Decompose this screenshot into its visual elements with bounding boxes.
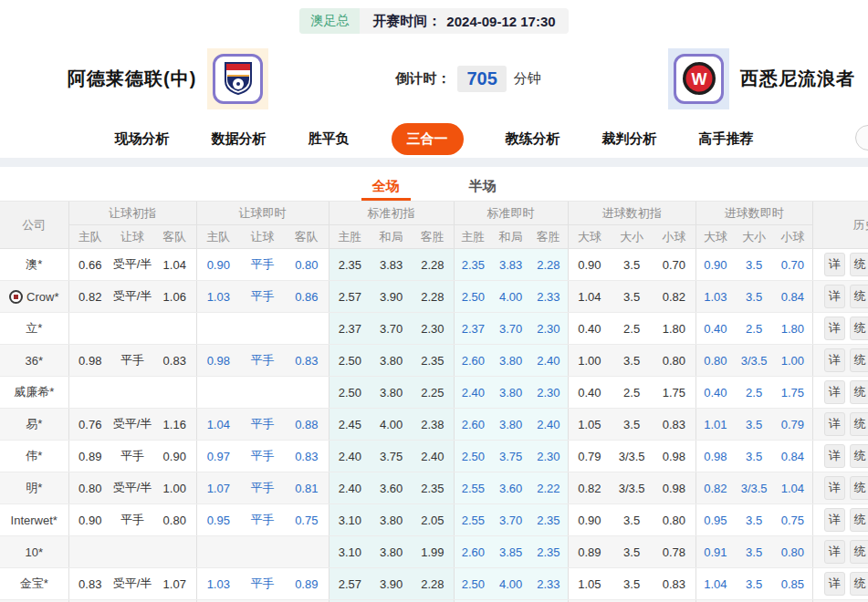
stats-button[interactable]: 统 <box>850 380 868 404</box>
match-nav: 现场分析数据分析胜平负三合一教练分析裁判分析高手推荐 <box>0 119 868 158</box>
stats-button[interactable]: 统 <box>850 317 868 340</box>
odds-cell-standard-live: 2.30 <box>529 313 568 345</box>
detail-button[interactable]: 详 <box>824 508 845 532</box>
history-cell: 详统 <box>812 313 868 345</box>
detail-button[interactable]: 详 <box>824 412 845 436</box>
stats-button[interactable]: 统 <box>850 476 868 500</box>
stats-button[interactable]: 统 <box>850 444 868 468</box>
odds-cell-handicap-initial: 0.90 <box>68 504 111 536</box>
detail-button[interactable]: 详 <box>824 572 845 596</box>
floating-widget-button[interactable] <box>855 125 868 150</box>
group-header-goals-live: 进球数即时 <box>695 202 812 225</box>
history-cell: 详统 <box>812 409 868 441</box>
company-name[interactable]: Crow* <box>0 281 68 313</box>
stats-button[interactable]: 统 <box>850 285 868 308</box>
odds-cell-handicap-initial: 0.80 <box>68 472 111 504</box>
stats-button[interactable]: 统 <box>850 253 868 276</box>
company-name[interactable]: 威廉希* <box>0 377 68 409</box>
nav-tab-4[interactable]: 三合一 <box>392 123 464 155</box>
company-name[interactable]: 金宝* <box>0 568 68 600</box>
odds-cell-standard-initial: 2.50 <box>329 377 371 409</box>
odds-cell-standard-initial: 3.90 <box>371 281 412 313</box>
company-name[interactable]: Interwet* <box>0 504 68 536</box>
odds-cell-standard-initial: 4.00 <box>371 409 412 441</box>
odds-cell-handicap-live <box>196 377 240 409</box>
odds-cell-standard-live: 2.35 <box>529 504 568 536</box>
sub-header-standard-initial-1: 主胜 <box>329 225 371 249</box>
detail-button[interactable]: 详 <box>824 348 845 372</box>
detail-button[interactable]: 详 <box>824 253 845 276</box>
odds-cell-goals-live: 1.00 <box>773 345 812 377</box>
detail-button[interactable]: 详 <box>824 540 845 564</box>
odds-cell-standard-initial: 2.35 <box>412 345 454 377</box>
company-name[interactable]: 易* <box>0 409 68 441</box>
top-info-bar: 澳足总 开赛时间： 2024-09-12 17:30 <box>0 0 868 34</box>
odds-cell-goals-live: 2.5 <box>735 313 773 345</box>
odds-cell-handicap-initial: 1.04 <box>153 249 196 281</box>
stats-button[interactable]: 统 <box>850 348 868 372</box>
company-name[interactable]: 伟* <box>0 441 68 472</box>
odds-cell-standard-live: 2.60 <box>454 536 492 568</box>
detail-button[interactable]: 详 <box>824 380 845 404</box>
kickoff-label: 开赛时间： <box>372 13 441 30</box>
detail-button[interactable]: 详 <box>824 285 845 308</box>
odds-cell-goals-live: 3.5 <box>735 441 773 472</box>
stats-button[interactable]: 统 <box>850 540 868 564</box>
nav-tab-2[interactable]: 数据分析 <box>212 130 267 148</box>
company-name-label: 36* <box>25 354 43 368</box>
nav-tab-7[interactable]: 高手推荐 <box>699 130 754 148</box>
odds-cell-standard-initial: 3.80 <box>371 536 412 568</box>
company-name[interactable]: 明* <box>0 472 68 504</box>
odds-cell-standard-initial: 2.50 <box>329 345 371 377</box>
period-tab-2[interactable]: 半场 <box>458 178 507 201</box>
history-cell: 详统 <box>812 472 868 504</box>
company-name[interactable]: 澳* <box>0 249 68 281</box>
odds-cell-handicap-initial <box>111 313 153 345</box>
odds-cell-goals-live: 3.5 <box>735 281 773 313</box>
nav-tab-1[interactable]: 现场分析 <box>115 130 170 148</box>
odds-cell-goals-live: 0.91 <box>695 536 735 568</box>
odds-cell-goals-initial: 1.75 <box>653 377 695 409</box>
table-row: 10*3.103.801.992.603.852.350.893.50.780.… <box>0 536 868 568</box>
odds-cell-handicap-initial: 0.83 <box>153 345 196 377</box>
detail-button[interactable]: 详 <box>824 444 845 468</box>
away-team-crest-icon: W <box>674 54 724 104</box>
company-name-label: 威廉希* <box>14 385 54 399</box>
company-name[interactable]: 36* <box>0 345 68 377</box>
odds-cell-goals-initial: 0.78 <box>653 536 695 568</box>
odds-cell-standard-live: 2.40 <box>529 345 568 377</box>
away-team-name: 西悉尼流浪者 <box>740 67 855 91</box>
stats-button[interactable]: 统 <box>850 508 868 532</box>
detail-button[interactable]: 详 <box>824 476 845 500</box>
nav-tab-5[interactable]: 教练分析 <box>506 130 560 148</box>
odds-cell-standard-live: 2.55 <box>454 504 492 536</box>
home-team-crest-icon <box>213 54 263 104</box>
odds-cell-goals-live: 0.84 <box>773 281 812 313</box>
detail-button[interactable]: 详 <box>824 317 845 340</box>
sub-header-standard-initial-2: 和局 <box>371 225 412 249</box>
period-tab-1[interactable]: 全场 <box>361 178 411 201</box>
nav-tab-6[interactable]: 裁判分析 <box>602 130 657 148</box>
odds-cell-handicap-initial: 1.06 <box>153 281 196 313</box>
stats-button[interactable]: 统 <box>850 412 868 436</box>
odds-cell-standard-initial: 2.38 <box>412 409 454 441</box>
nav-tab-3[interactable]: 胜平负 <box>309 130 350 148</box>
group-header-handicap-live: 让球即时 <box>196 202 329 225</box>
odds-cell-handicap-live <box>285 377 329 409</box>
company-name[interactable]: 10* <box>0 536 68 568</box>
odds-cell-standard-initial: 2.30 <box>412 313 454 345</box>
odds-cell-goals-initial: 3.5 <box>611 249 653 281</box>
odds-cell-goals-live: 0.98 <box>695 441 735 472</box>
odds-cell-handicap-initial: 0.83 <box>68 568 111 600</box>
odds-cell-goals-live: 0.82 <box>695 472 735 504</box>
odds-cell-standard-live: 2.37 <box>454 313 492 345</box>
odds-cell-handicap-initial: 0.82 <box>68 281 111 313</box>
odds-cell-standard-live: 3.80 <box>492 345 529 377</box>
odds-cell-standard-initial: 3.60 <box>371 472 412 504</box>
history-cell: 详统 <box>812 377 868 409</box>
odds-cell-standard-live: 3.75 <box>492 441 529 472</box>
company-name-label: 立* <box>26 321 42 335</box>
stats-button[interactable]: 统 <box>850 572 868 596</box>
company-name[interactable]: 立* <box>0 313 68 345</box>
odds-cell-goals-live: 0.40 <box>695 377 735 409</box>
